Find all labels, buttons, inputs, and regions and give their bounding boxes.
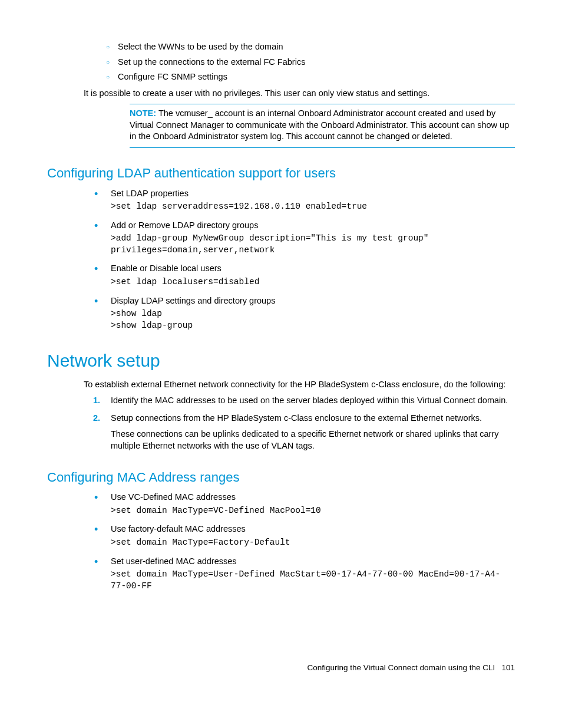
note-box: NOTE: The vcmuser_ account is an interna… <box>130 104 515 148</box>
network-intro: To establish external Ethernet network c… <box>84 379 515 391</box>
step-item: Setup connections from the HP BladeSyste… <box>93 413 515 452</box>
step-item: Identify the MAC addresses to be used on… <box>93 395 515 407</box>
mac-heading: Configuring MAC Address ranges <box>47 469 515 486</box>
item-label: Add or Remove LDAP directory groups <box>111 220 515 232</box>
step-text: Setup connections from the HP BladeSyste… <box>111 413 515 424</box>
top-sublist: ○ Select the WWNs to be used by the doma… <box>106 41 515 83</box>
code-block: >set domain MacType=VC-Defined MacPool=1… <box>111 505 515 517</box>
step-text: Identify the MAC addresses to be used on… <box>111 395 515 407</box>
sublist-text: Configure FC SNMP settings <box>118 71 227 83</box>
list-item: Set LDAP properties >set ldap serveraddr… <box>93 188 515 213</box>
sublist-item: ○ Set up the connections to the external… <box>106 57 515 68</box>
item-label: Display LDAP settings and directory grou… <box>111 295 515 307</box>
list-item: Set user-defined MAC addresses >set doma… <box>93 556 515 592</box>
code-block: >set ldap serveraddress=192.168.0.110 en… <box>111 201 515 213</box>
list-item: Use factory-default MAC addresses >set d… <box>93 523 515 548</box>
sublist-item: ○ Select the WWNs to be used by the doma… <box>106 41 515 53</box>
mac-list: Use VC-Defined MAC addresses >set domain… <box>93 492 515 592</box>
code-block: >set domain MacType=User-Defined MacStar… <box>111 569 515 592</box>
sublist-item: ○ Configure FC SNMP settings <box>106 71 515 83</box>
code-block: >show ldap >show ldap-group <box>111 308 515 331</box>
circle-bullet-icon: ○ <box>106 73 110 81</box>
list-item: Enable or Disable local users >set ldap … <box>93 263 515 288</box>
privileges-paragraph: It is possible to create a user with no … <box>84 88 515 100</box>
code-block: >set domain MacType=Factory-Default <box>111 537 515 549</box>
item-label: Enable or Disable local users <box>111 263 515 275</box>
network-heading: Network setup <box>47 349 515 373</box>
item-label: Use VC-Defined MAC addresses <box>111 492 515 503</box>
item-label: Set user-defined MAC addresses <box>111 556 515 568</box>
note-label: NOTE: <box>130 108 156 118</box>
footer-text: Configuring the Virtual Connect domain u… <box>308 663 495 672</box>
note-text: The vcmuser_ account is an internal Onbo… <box>130 108 509 141</box>
item-label: Set LDAP properties <box>111 188 515 200</box>
sublist-text: Set up the connections to the external F… <box>118 57 305 68</box>
page-footer: Configuring the Virtual Connect domain u… <box>47 663 515 673</box>
ldap-list: Set LDAP properties >set ldap serveraddr… <box>93 188 515 332</box>
list-item: Display LDAP settings and directory grou… <box>93 295 515 332</box>
code-block: >set ldap localusers=disabled <box>111 276 515 288</box>
page-number: 101 <box>501 663 515 672</box>
step-extra: These connections can be uplinks dedicat… <box>111 429 515 452</box>
sublist-text: Select the WWNs to be used by the domain <box>118 41 283 53</box>
list-item: Use VC-Defined MAC addresses >set domain… <box>93 492 515 516</box>
code-block: >add ldap-group MyNewGroup description="… <box>111 233 515 256</box>
circle-bullet-icon: ○ <box>106 58 110 67</box>
item-label: Use factory-default MAC addresses <box>111 523 515 535</box>
circle-bullet-icon: ○ <box>106 43 110 51</box>
ldap-heading: Configuring LDAP authentication support … <box>47 164 515 182</box>
network-steps: Identify the MAC addresses to be used on… <box>93 395 515 452</box>
list-item: Add or Remove LDAP directory groups >add… <box>93 220 515 256</box>
